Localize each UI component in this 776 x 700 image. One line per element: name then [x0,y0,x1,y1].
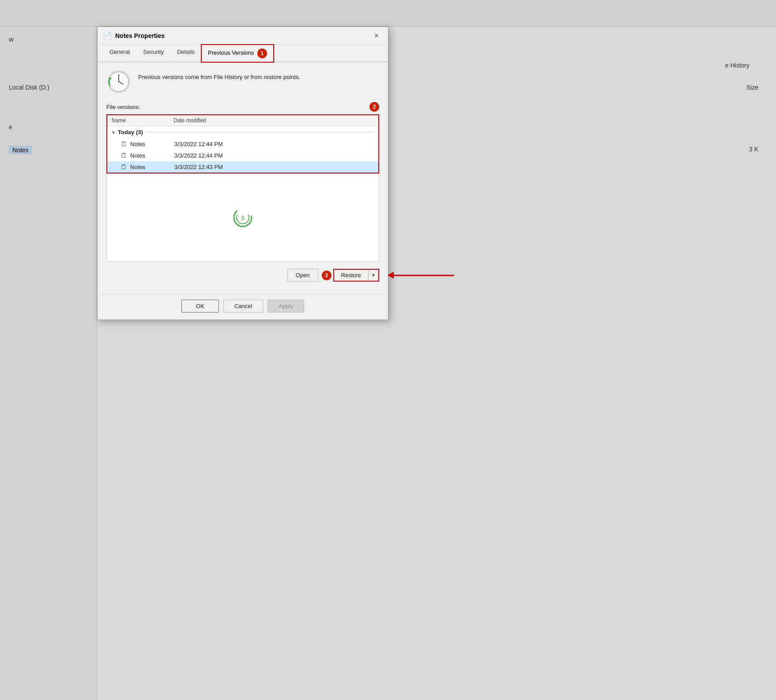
dialog-title-icon: 📄 [103,31,112,40]
file-icon-1: 🗒 [121,140,127,147]
info-text: Previous versions come from File History… [138,69,300,82]
versions-list-container: Name Date modified ∨ Today (3) 🗒 Notes 3… [106,114,379,173]
tab-security[interactable]: Security [136,45,170,62]
preview-box: $ [106,173,379,262]
dialog-footer: OK Cancel Apply [98,294,388,320]
open-button[interactable]: Open [287,269,318,282]
file-history-icon [106,69,131,94]
ok-button[interactable]: OK [181,300,219,312]
file-icon-2: 🗒 [121,152,127,159]
version-item-3[interactable]: 🗒 Notes 3/3/2022 12:43 PM [107,161,378,173]
apply-button[interactable]: Apply [267,300,304,312]
version-item-2[interactable]: 🗒 Notes 3/3/2022 12:44 PM [107,150,378,161]
version-date-3: 3/3/2022 12:43 PM [174,164,223,170]
versions-group-today: ∨ Today (3) [107,126,378,138]
dialog-tabs: General Security Details Previous Versio… [98,45,388,62]
tab-previous-versions[interactable]: Previous Versions 1 [201,45,274,62]
restore-dropdown-button[interactable]: ▼ [369,270,378,281]
dialog-content: Previous versions come from File History… [98,62,388,294]
group-separator [147,132,374,132]
col-name-header: Name [112,117,173,124]
annotation-arrow [388,275,454,276]
step-badge-3: 3 [322,271,331,280]
svg-text:$: $ [241,215,245,221]
chevron-icon: ∨ [112,129,115,135]
file-versions-row: File versions: 2 [106,102,379,112]
restore-button[interactable]: Restore [334,270,369,281]
notes-properties-dialog: 📄 Notes Properties × General Security De… [97,26,388,320]
cancel-button[interactable]: Cancel [223,300,263,312]
file-icon-3: 🗒 [121,163,127,170]
col-date-header: Date modified [173,117,374,124]
dialog-title: Notes Properties [115,32,370,39]
group-label: Today (3) [118,129,143,135]
step-badge-1: 1 [257,49,267,58]
preview-loading-icon: $ [232,207,253,228]
tab-general[interactable]: General [103,45,136,62]
version-item-1[interactable]: 🗒 Notes 3/3/2022 12:44 PM [107,138,378,150]
file-versions-label: File versions: [106,104,140,110]
restore-button-group: Restore ▼ [333,269,379,282]
version-name-2: Notes [130,152,174,159]
action-row: Open 3 Restore ▼ [106,269,379,282]
close-button[interactable]: × [370,30,383,42]
version-name-3: Notes [130,164,174,170]
dialog-titlebar: 📄 Notes Properties × [98,27,388,45]
versions-header: Name Date modified [107,115,378,126]
step-badge-2: 2 [369,102,379,112]
version-date-1: 3/3/2022 12:44 PM [174,141,223,147]
version-date-2: 3/3/2022 12:44 PM [174,152,223,159]
info-row: Previous versions come from File History… [106,69,379,94]
version-name-1: Notes [130,141,174,147]
tab-details[interactable]: Details [170,45,201,62]
